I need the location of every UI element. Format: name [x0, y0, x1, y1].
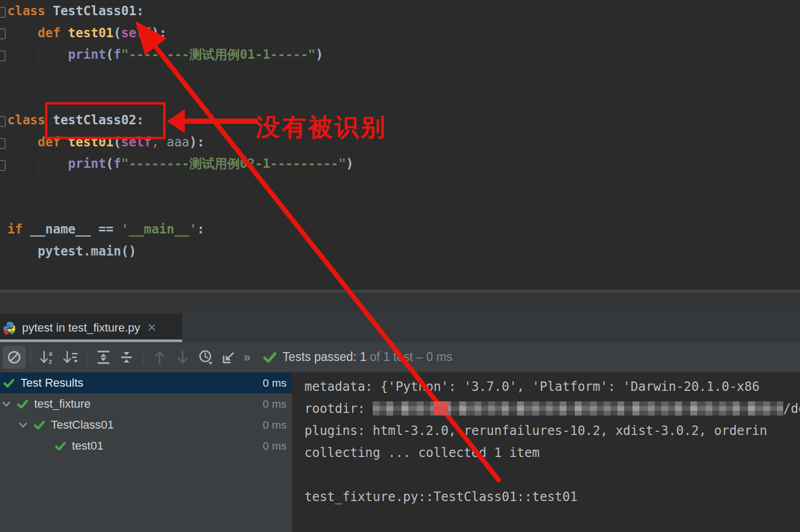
- test-duration: 0 ms: [262, 419, 292, 431]
- console-line: collecting ... collected 1 item: [304, 442, 800, 464]
- test-duration: 0 ms: [262, 377, 292, 389]
- collapse-all-icon: [118, 349, 135, 366]
- test-passed-check-icon: [34, 419, 45, 431]
- pytest-python-icon: [3, 321, 17, 335]
- test-tree-row-testclass01[interactable]: TestClass010 ms: [0, 414, 292, 435]
- test-tree-row-test01[interactable]: test010 ms: [0, 435, 292, 456]
- gutter-mark[interactable]: [0, 116, 6, 127]
- code-line: [7, 197, 354, 219]
- console-line: metadata: {'Python': '3.7.0', 'Platform'…: [304, 376, 800, 398]
- gutter-mark[interactable]: [0, 50, 6, 61]
- import-into-corner-icon: [220, 349, 237, 366]
- code-lines: class TestClass01: def test01(self): pri…: [7, 1, 354, 262]
- test-runner-toolbar: a z: [0, 342, 800, 373]
- svg-text:z: z: [49, 358, 52, 365]
- clock-history-icon: [197, 349, 214, 366]
- test-passed-check-icon: [17, 398, 28, 410]
- code-line: [7, 88, 354, 110]
- sort-alphabetically-button[interactable]: a z: [36, 346, 59, 369]
- test-passed-check-icon: [55, 440, 66, 452]
- ban-circle-icon: [6, 349, 22, 365]
- svg-text:a: a: [49, 350, 52, 357]
- test-passed-check-icon: [3, 377, 15, 389]
- test-duration: 0 ms: [262, 398, 292, 410]
- console-line: plugins: html-3.2.0, rerunfailures-10.2,…: [304, 420, 800, 442]
- test-results-tree: Test Results0 mstest_fixture0 msTestClas…: [0, 373, 292, 532]
- splitter-band[interactable]: [0, 293, 800, 314]
- test-history-button[interactable]: [194, 346, 217, 369]
- console-line: test_fixture.py::TestClass01::test01: [304, 486, 800, 508]
- code-line: class TestClass01:: [7, 1, 354, 23]
- more-actions-chevron[interactable]: »: [244, 350, 251, 365]
- run-toolwindow-tab-bar: pytest in test_fixture.py ✕: [0, 314, 800, 343]
- previous-failed-test-button[interactable]: [148, 346, 171, 369]
- expand-all-icon: [95, 349, 112, 366]
- close-tab-icon[interactable]: ✕: [147, 321, 156, 335]
- arrow-down-icon: [175, 349, 191, 365]
- code-line: pytest.main(): [7, 241, 354, 263]
- gutter-mark[interactable]: [0, 160, 6, 171]
- import-test-results-button[interactable]: [217, 346, 240, 369]
- chevron-down-icon[interactable]: [19, 422, 28, 428]
- toolbar-separator: [87, 349, 87, 365]
- gutter-mark[interactable]: [0, 28, 6, 39]
- toolbar-separator: [30, 349, 31, 365]
- console-line: [304, 464, 800, 486]
- tests-passed-check-icon: [262, 350, 277, 365]
- code-line: def test01(self, aaa):: [7, 132, 354, 154]
- run-console-output[interactable]: metadata: {'Python': '3.7.0', 'Platform'…: [292, 373, 800, 532]
- sort-by-duration-icon: [62, 349, 79, 366]
- test-tree-label: TestClass01: [51, 418, 114, 432]
- code-line: print(f"--------测试用例01-1-----"): [7, 44, 354, 66]
- test-tree-label: test_fixture: [34, 397, 91, 411]
- code-line: if __name__ == '__main__':: [7, 219, 354, 241]
- sort-by-duration-button[interactable]: [59, 346, 82, 369]
- status-text-dim: of 1 test – 0 ms: [366, 350, 452, 364]
- test-tree-label: test01: [72, 439, 103, 453]
- run-tab-label: pytest in test_fixture.py: [22, 321, 140, 335]
- status-text-strong: Tests passed: 1: [282, 350, 366, 364]
- test-tree-row-test-results[interactable]: Test Results0 ms: [0, 373, 292, 393]
- test-duration: 0 ms: [262, 440, 292, 452]
- expand-all-button[interactable]: [92, 346, 115, 369]
- test-tree-row-test-fixture[interactable]: test_fixture0 ms: [0, 393, 292, 414]
- disable-passed-filter-button[interactable]: [3, 346, 26, 369]
- sort-alphabetically-icon: a z: [39, 349, 56, 366]
- chevron-down-icon[interactable]: [2, 401, 12, 407]
- toolbar-separator: [143, 349, 143, 365]
- next-failed-test-button[interactable]: [171, 346, 194, 369]
- code-line: print(f"--------测试用例02-1---------"): [7, 153, 354, 175]
- code-line: [7, 175, 354, 197]
- censored-path-mosaic: [373, 401, 783, 416]
- test-tree-label: Test Results: [20, 376, 83, 390]
- code-editor[interactable]: class TestClass01: def test01(self): pri…: [0, 0, 800, 290]
- gutter-mark[interactable]: [0, 138, 6, 149]
- code-line: class testClass02:: [7, 110, 354, 132]
- gutter-mark[interactable]: [0, 7, 6, 18]
- arrow-up-icon: [152, 349, 167, 365]
- console-line: rootdir: /de: [304, 398, 800, 420]
- code-line: [7, 66, 354, 88]
- code-line: def test01(self):: [7, 23, 354, 45]
- collapse-all-button[interactable]: [115, 346, 138, 369]
- run-tab-pytest[interactable]: pytest in test_fixture.py ✕: [0, 314, 182, 342]
- test-status-summary: Tests passed: 1 of 1 test – 0 ms: [262, 350, 452, 365]
